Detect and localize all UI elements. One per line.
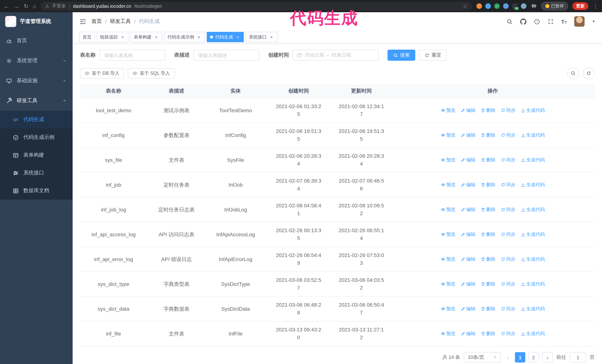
tab-代码生成示例[interactable]: 代码生成示例× — [164, 32, 205, 42]
fullscreen-icon[interactable] — [548, 18, 554, 25]
chrome-update-button[interactable]: 更新 — [572, 2, 588, 10]
tab-代码生成[interactable]: 代码生成× — [207, 32, 244, 42]
action-edit-link[interactable]: 编辑 — [461, 280, 475, 288]
action-sync-link[interactable]: 同步 — [501, 181, 516, 189]
action-edit-link[interactable]: 编辑 — [461, 181, 475, 189]
tab-close-icon[interactable]: × — [196, 34, 202, 40]
breadcrumb-home[interactable]: 首页 — [92, 18, 102, 25]
action-sync-link[interactable]: 同步 — [501, 255, 516, 263]
action-sync-link[interactable]: 同步 — [501, 280, 516, 288]
action-delete-link[interactable]: 删除 — [481, 131, 495, 139]
action-preview-link[interactable]: 预览 — [441, 255, 455, 263]
sidebar-item-system[interactable]: 系统管理 — [0, 51, 73, 71]
tab-链路追踪[interactable]: 链路追踪× — [97, 32, 129, 42]
action-generate-link[interactable]: 生成代码 — [521, 156, 545, 164]
date-range-picker[interactable]: 开始日期 - 结束日期 — [293, 50, 379, 61]
header-search-icon[interactable] — [506, 18, 513, 25]
action-edit-link[interactable]: 编辑 — [461, 156, 475, 164]
action-generate-link[interactable]: 生成代码 — [521, 181, 545, 189]
action-delete-link[interactable]: 删除 — [481, 181, 495, 189]
action-generate-link[interactable]: 生成代码 — [521, 131, 545, 139]
forward-icon[interactable]: → — [14, 3, 19, 9]
sidebar-item-system-api[interactable]: 系统接口 — [0, 164, 73, 182]
search-button[interactable]: 搜索 — [387, 50, 415, 61]
action-sync-link[interactable]: 同步 — [501, 305, 516, 313]
extensions-puzzle-icon[interactable] — [531, 3, 537, 9]
action-preview-link[interactable]: 预览 — [441, 206, 455, 213]
page-size-select[interactable]: 10条/页 ▼ — [464, 352, 501, 363]
sidebar-item-infra[interactable]: 基础设施 — [0, 71, 73, 91]
address-bar[interactable]: ⚠ 不安全 | dashboard.yudao.iocoder.cn /tool… — [41, 2, 472, 10]
action-delete-link[interactable]: 删除 — [481, 255, 495, 263]
sidebar-item-codegen-demo[interactable]: 代码生成示例 — [0, 128, 73, 146]
reload-icon[interactable]: ↻ — [24, 3, 28, 9]
paused-extension-badge[interactable]: 已暂停 — [541, 2, 568, 10]
sidebar-toggle-icon[interactable] — [79, 18, 86, 25]
start-date-input[interactable]: 开始日期 — [305, 52, 324, 59]
action-sync-link[interactable]: 同步 — [501, 106, 516, 114]
action-delete-link[interactable]: 删除 — [481, 206, 495, 213]
action-generate-link[interactable]: 生成代码 — [521, 280, 545, 288]
goto-page-input[interactable] — [570, 352, 586, 363]
next-page-button[interactable]: › — [542, 352, 553, 363]
import-sql-button[interactable]: 基于 SQL 导入 — [128, 68, 175, 79]
tab-系统接口[interactable]: 系统接口× — [246, 32, 278, 42]
action-preview-link[interactable]: 预览 — [441, 305, 455, 313]
page-button-2[interactable]: 2 — [528, 352, 539, 363]
chrome-menu-icon[interactable]: ⋮ — [593, 3, 598, 9]
user-avatar[interactable] — [574, 16, 585, 27]
table-desc-input[interactable] — [194, 50, 259, 61]
back-icon[interactable]: ← — [4, 3, 9, 9]
sidebar-item-codegen[interactable]: 代码生成 — [0, 111, 73, 128]
end-date-input[interactable]: 结束日期 — [332, 52, 351, 59]
action-delete-link[interactable]: 删除 — [481, 305, 495, 313]
tab-表单构建[interactable]: 表单构建× — [130, 32, 162, 42]
action-edit-link[interactable]: 编辑 — [461, 305, 475, 313]
action-delete-link[interactable]: 删除 — [481, 280, 495, 288]
action-delete-link[interactable]: 删除 — [481, 230, 495, 238]
feather-extension-icon[interactable] — [521, 3, 526, 9]
check-extension-icon[interactable]: ✓ — [494, 3, 500, 9]
tab-close-icon[interactable]: × — [269, 34, 274, 40]
breadcrumb-devtools[interactable]: 研发工具 — [110, 18, 131, 25]
import-db-button[interactable]: 基于 DB 导入 — [80, 68, 124, 79]
table-name-input[interactable] — [99, 50, 165, 61]
action-sync-link[interactable]: 同步 — [501, 131, 516, 139]
action-preview-link[interactable]: 预览 — [441, 330, 455, 338]
users-extension-icon[interactable] — [503, 3, 508, 9]
avatar-caret-icon[interactable]: ▼ — [592, 20, 595, 23]
action-preview-link[interactable]: 预览 — [441, 156, 455, 164]
action-preview-link[interactable]: 预览 — [441, 280, 455, 288]
action-delete-link[interactable]: 删除 — [481, 156, 495, 164]
tab-close-icon[interactable]: × — [235, 34, 240, 40]
action-sync-link[interactable]: 同步 — [501, 156, 516, 164]
font-size-icon[interactable]: TT — [561, 19, 567, 24]
fox-extension-icon[interactable] — [476, 3, 482, 9]
logo[interactable]: 芋道管理系统 — [0, 12, 73, 31]
sidebar-item-db-doc[interactable]: 数据库文档 — [0, 182, 73, 200]
action-edit-link[interactable]: 编辑 — [461, 206, 475, 213]
action-generate-link[interactable]: 生成代码 — [521, 230, 545, 238]
action-generate-link[interactable]: 生成代码 — [521, 255, 545, 263]
action-delete-link[interactable]: 删除 — [481, 106, 495, 114]
action-edit-link[interactable]: 编辑 — [461, 330, 475, 338]
proxy-on-extension-icon[interactable]: on — [512, 3, 517, 9]
prev-page-button[interactable]: ‹ — [505, 354, 511, 361]
action-preview-link[interactable]: 预览 — [441, 106, 455, 114]
action-generate-link[interactable]: 生成代码 — [521, 106, 545, 114]
page-button-1[interactable]: 1 — [515, 352, 525, 363]
action-preview-link[interactable]: 预览 — [441, 181, 455, 189]
action-edit-link[interactable]: 编辑 — [461, 131, 475, 139]
home-icon[interactable]: ⌂ — [33, 3, 36, 9]
action-sync-link[interactable]: 同步 — [501, 206, 516, 213]
action-preview-link[interactable]: 预览 — [441, 230, 455, 238]
tab-首页[interactable]: 首页 — [79, 32, 95, 42]
tab-close-icon[interactable]: × — [120, 34, 125, 40]
action-generate-link[interactable]: 生成代码 — [521, 206, 545, 213]
action-sync-link[interactable]: 同步 — [501, 330, 516, 338]
github-icon[interactable] — [520, 18, 527, 25]
tab-close-icon[interactable]: × — [154, 34, 159, 40]
reset-button[interactable]: 重置 — [419, 50, 447, 61]
action-edit-link[interactable]: 编辑 — [461, 230, 475, 238]
bookmark-star-icon[interactable]: ☆ — [463, 3, 467, 9]
